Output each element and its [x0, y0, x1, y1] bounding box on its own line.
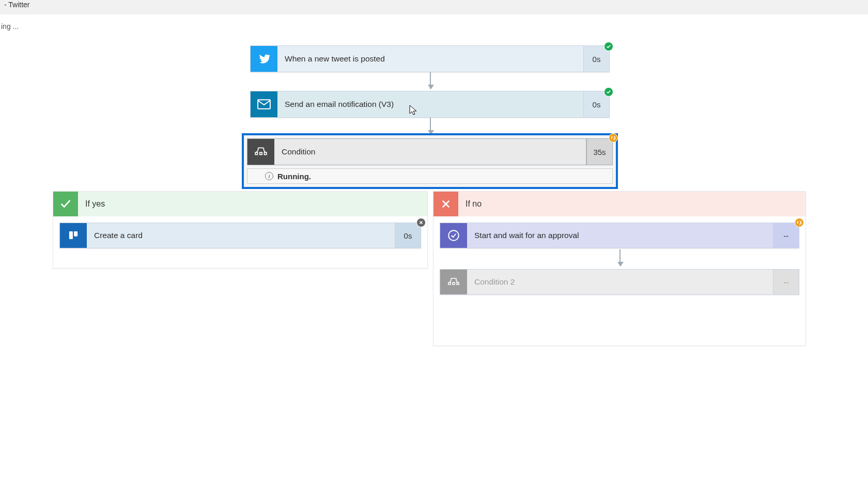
trigger-title: When a new tweet is posted — [277, 46, 583, 72]
approval-icon — [440, 223, 467, 248]
condition2-step[interactable]: Condition 2 -- — [440, 269, 799, 295]
arrow-icon — [430, 118, 431, 134]
check-icon — [53, 192, 78, 216]
svg-point-5 — [448, 230, 459, 241]
success-badge-icon — [604, 42, 613, 51]
svg-rect-3 — [69, 231, 73, 239]
loading-text: ing ... — [1, 22, 19, 30]
condition-card-selected[interactable]: Condition 35s i Running. — [242, 133, 618, 189]
condition-title: Condition — [274, 139, 586, 165]
create-card-step[interactable]: Create a card 0s — [59, 223, 421, 248]
flow-canvas[interactable]: When a new tweet is posted 0s Send an em… — [0, 31, 868, 488]
branch-yes-label: If yes — [78, 192, 427, 216]
loading-indicator: ing ... — [1, 22, 19, 30]
email-step-card[interactable]: Send an email notification (V3) 0s — [250, 91, 610, 118]
condition-duration: 35s — [586, 139, 612, 165]
window-title: - Twitter — [4, 1, 30, 9]
cancel-badge-icon — [416, 218, 426, 227]
running-badge-icon — [795, 218, 804, 227]
running-badge-icon — [609, 133, 618, 143]
cross-icon — [433, 192, 458, 216]
condition-status-text: Running. — [277, 172, 311, 181]
info-icon: i — [265, 172, 273, 180]
trello-icon — [60, 223, 87, 248]
approval-duration: -- — [773, 223, 799, 248]
success-badge-icon — [604, 87, 613, 97]
mail-icon — [251, 91, 277, 117]
trigger-card[interactable]: When a new tweet is posted 0s — [250, 45, 610, 72]
branch-yes-container[interactable]: If yes Create a card 0s — [53, 191, 428, 269]
arrow-icon — [430, 72, 431, 89]
twitter-icon — [251, 46, 277, 72]
condition-icon — [440, 270, 467, 294]
condition-icon — [247, 139, 274, 165]
condition2-duration: -- — [773, 270, 799, 294]
branch-no-label: If no — [458, 192, 805, 216]
create-card-duration: 0s — [395, 223, 421, 248]
approval-step[interactable]: Start and wait for an approval -- — [440, 223, 799, 248]
branch-no-header[interactable]: If no — [433, 192, 805, 216]
approval-title: Start and wait for an approval — [467, 223, 773, 248]
svg-point-6 — [798, 221, 801, 225]
create-card-title: Create a card — [87, 223, 395, 248]
svg-rect-4 — [74, 231, 78, 237]
branch-no-container[interactable]: If no Start and wait for an approval -- … — [433, 191, 806, 346]
email-step-title: Send an email notification (V3) — [277, 91, 583, 117]
condition-status-row: i Running. — [247, 168, 613, 184]
condition-header[interactable]: Condition 35s — [247, 138, 613, 165]
condition2-title: Condition 2 — [467, 270, 773, 294]
window-title-bar: - Twitter — [0, 0, 868, 14]
svg-point-1 — [612, 136, 615, 140]
arrow-icon — [619, 249, 621, 266]
branch-yes-header[interactable]: If yes — [53, 192, 427, 216]
